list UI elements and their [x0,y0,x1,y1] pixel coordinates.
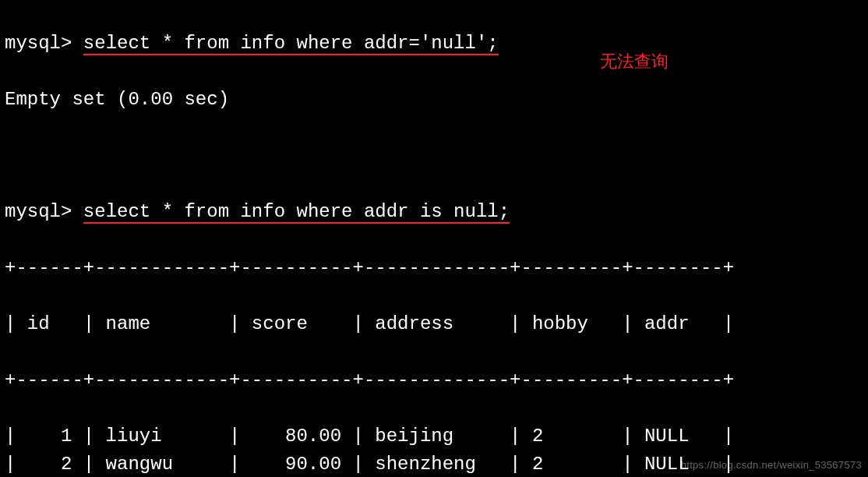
table-border: +------+------------+----------+--------… [5,366,863,394]
table-border: +------+------------+----------+--------… [5,254,863,282]
watermark-url: https://blog.csdn.net/weixin_53567573 [681,458,862,473]
sql-query-2: select * from info where addr is null; [83,201,510,224]
terminal-output: mysql> select * from info where addr='nu… [0,0,868,477]
empty-set-result: Empty set (0.00 sec) [5,86,863,114]
table-row: | 1 | liuyi | 80.00 | beijing | 2 | NULL… [5,422,863,450]
mysql-prompt: mysql> [5,33,72,54]
table-header: | id | name | score | address | hobby | … [5,310,863,338]
mysql-prompt: mysql> [5,201,72,222]
sql-query-1: select * from info where addr='null'; [83,33,499,55]
annotation-cannot-query: 无法查询 [600,48,669,74]
